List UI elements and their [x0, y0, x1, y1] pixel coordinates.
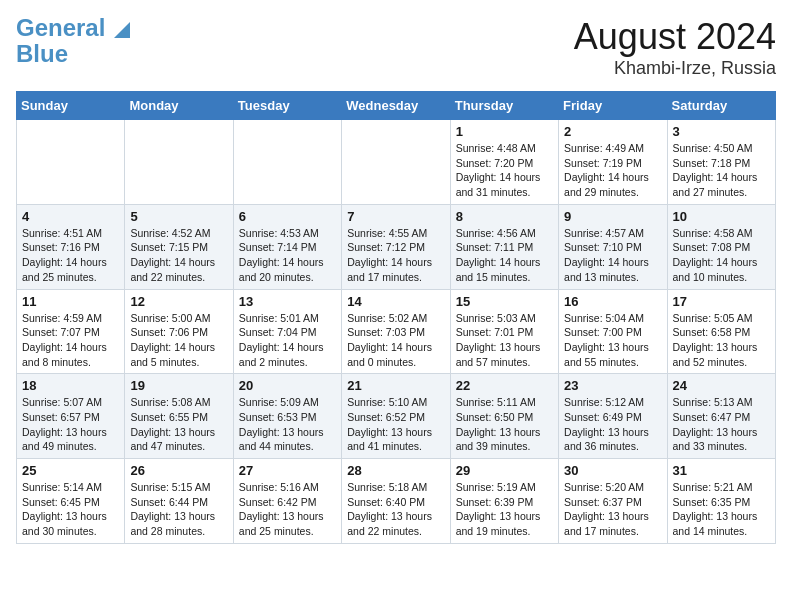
week-row-2: 4Sunrise: 4:51 AMSunset: 7:16 PMDaylight… — [17, 204, 776, 289]
day-number: 27 — [239, 463, 336, 478]
calendar-cell: 21Sunrise: 5:10 AMSunset: 6:52 PMDayligh… — [342, 374, 450, 459]
day-number: 30 — [564, 463, 661, 478]
cell-detail: Sunset: 6:49 PM — [564, 410, 661, 425]
cell-detail: Sunrise: 5:15 AM — [130, 480, 227, 495]
day-number: 19 — [130, 378, 227, 393]
day-number: 10 — [673, 209, 770, 224]
cell-detail: Sunrise: 5:19 AM — [456, 480, 553, 495]
weekday-header-sunday: Sunday — [17, 92, 125, 120]
week-row-1: 1Sunrise: 4:48 AMSunset: 7:20 PMDaylight… — [17, 120, 776, 205]
cell-detail: Sunset: 6:40 PM — [347, 495, 444, 510]
cell-detail: Sunrise: 5:00 AM — [130, 311, 227, 326]
cell-detail: Sunrise: 5:10 AM — [347, 395, 444, 410]
calendar-cell: 10Sunrise: 4:58 AMSunset: 7:08 PMDayligh… — [667, 204, 775, 289]
day-number: 21 — [347, 378, 444, 393]
svg-marker-0 — [114, 22, 130, 38]
cell-detail: Sunset: 7:08 PM — [673, 240, 770, 255]
cell-detail: Daylight: 14 hours and 13 minutes. — [564, 255, 661, 284]
cell-detail: Sunrise: 5:04 AM — [564, 311, 661, 326]
page-header: General Blue August 2024 Khambi-Irze, Ru… — [16, 16, 776, 79]
calendar-cell: 23Sunrise: 5:12 AMSunset: 6:49 PMDayligh… — [559, 374, 667, 459]
cell-detail: Sunset: 7:20 PM — [456, 156, 553, 171]
cell-detail: Daylight: 13 hours and 17 minutes. — [564, 509, 661, 538]
weekday-header-thursday: Thursday — [450, 92, 558, 120]
day-number: 29 — [456, 463, 553, 478]
day-number: 17 — [673, 294, 770, 309]
cell-detail: Sunset: 6:35 PM — [673, 495, 770, 510]
cell-detail: Daylight: 14 hours and 20 minutes. — [239, 255, 336, 284]
cell-detail: Sunset: 7:18 PM — [673, 156, 770, 171]
weekday-header-wednesday: Wednesday — [342, 92, 450, 120]
cell-detail: Sunrise: 4:59 AM — [22, 311, 119, 326]
cell-detail: Sunset: 6:53 PM — [239, 410, 336, 425]
cell-detail: Sunset: 6:50 PM — [456, 410, 553, 425]
cell-detail: Sunrise: 5:14 AM — [22, 480, 119, 495]
cell-detail: Sunrise: 4:48 AM — [456, 141, 553, 156]
cell-detail: Sunset: 7:15 PM — [130, 240, 227, 255]
day-number: 23 — [564, 378, 661, 393]
cell-detail: Daylight: 14 hours and 22 minutes. — [130, 255, 227, 284]
calendar-cell: 16Sunrise: 5:04 AMSunset: 7:00 PMDayligh… — [559, 289, 667, 374]
day-number: 7 — [347, 209, 444, 224]
cell-detail: Sunset: 6:45 PM — [22, 495, 119, 510]
calendar-cell: 2Sunrise: 4:49 AMSunset: 7:19 PMDaylight… — [559, 120, 667, 205]
cell-detail: Daylight: 14 hours and 25 minutes. — [22, 255, 119, 284]
day-number: 24 — [673, 378, 770, 393]
cell-detail: Sunrise: 5:12 AM — [564, 395, 661, 410]
calendar-cell: 12Sunrise: 5:00 AMSunset: 7:06 PMDayligh… — [125, 289, 233, 374]
cell-detail: Sunrise: 5:07 AM — [22, 395, 119, 410]
cell-detail: Daylight: 13 hours and 28 minutes. — [130, 509, 227, 538]
calendar-cell — [17, 120, 125, 205]
calendar-cell — [125, 120, 233, 205]
cell-detail: Sunrise: 5:11 AM — [456, 395, 553, 410]
cell-detail: Sunset: 7:11 PM — [456, 240, 553, 255]
cell-detail: Sunset: 7:19 PM — [564, 156, 661, 171]
logo: General Blue — [16, 16, 130, 66]
cell-detail: Sunrise: 4:58 AM — [673, 226, 770, 241]
cell-detail: Sunset: 6:58 PM — [673, 325, 770, 340]
cell-detail: Sunrise: 5:09 AM — [239, 395, 336, 410]
cell-detail: Sunset: 6:42 PM — [239, 495, 336, 510]
calendar-cell: 27Sunrise: 5:16 AMSunset: 6:42 PMDayligh… — [233, 459, 341, 544]
logo-text: General — [16, 16, 130, 40]
calendar-cell: 28Sunrise: 5:18 AMSunset: 6:40 PMDayligh… — [342, 459, 450, 544]
cell-detail: Sunrise: 5:08 AM — [130, 395, 227, 410]
cell-detail: Sunrise: 5:01 AM — [239, 311, 336, 326]
calendar-cell: 18Sunrise: 5:07 AMSunset: 6:57 PMDayligh… — [17, 374, 125, 459]
day-number: 2 — [564, 124, 661, 139]
logo-blue: Blue — [16, 40, 68, 67]
cell-detail: Daylight: 13 hours and 39 minutes. — [456, 425, 553, 454]
day-number: 28 — [347, 463, 444, 478]
title-block: August 2024 Khambi-Irze, Russia — [574, 16, 776, 79]
cell-detail: Sunset: 7:00 PM — [564, 325, 661, 340]
cell-detail: Daylight: 13 hours and 25 minutes. — [239, 509, 336, 538]
calendar-cell: 9Sunrise: 4:57 AMSunset: 7:10 PMDaylight… — [559, 204, 667, 289]
week-row-4: 18Sunrise: 5:07 AMSunset: 6:57 PMDayligh… — [17, 374, 776, 459]
cell-detail: Daylight: 13 hours and 55 minutes. — [564, 340, 661, 369]
calendar-cell: 26Sunrise: 5:15 AMSunset: 6:44 PMDayligh… — [125, 459, 233, 544]
weekday-header-friday: Friday — [559, 92, 667, 120]
logo-triangle-icon — [114, 22, 130, 38]
week-row-5: 25Sunrise: 5:14 AMSunset: 6:45 PMDayligh… — [17, 459, 776, 544]
weekday-header-row: SundayMondayTuesdayWednesdayThursdayFrid… — [17, 92, 776, 120]
cell-detail: Sunset: 7:16 PM — [22, 240, 119, 255]
cell-detail: Sunrise: 4:52 AM — [130, 226, 227, 241]
calendar-cell: 7Sunrise: 4:55 AMSunset: 7:12 PMDaylight… — [342, 204, 450, 289]
cell-detail: Sunrise: 5:02 AM — [347, 311, 444, 326]
logo-general: General — [16, 14, 105, 41]
weekday-header-monday: Monday — [125, 92, 233, 120]
calendar-cell: 8Sunrise: 4:56 AMSunset: 7:11 PMDaylight… — [450, 204, 558, 289]
cell-detail: Sunrise: 4:56 AM — [456, 226, 553, 241]
cell-detail: Daylight: 14 hours and 8 minutes. — [22, 340, 119, 369]
cell-detail: Daylight: 13 hours and 49 minutes. — [22, 425, 119, 454]
cell-detail: Daylight: 13 hours and 41 minutes. — [347, 425, 444, 454]
day-number: 6 — [239, 209, 336, 224]
calendar-cell: 15Sunrise: 5:03 AMSunset: 7:01 PMDayligh… — [450, 289, 558, 374]
day-number: 8 — [456, 209, 553, 224]
calendar-cell: 3Sunrise: 4:50 AMSunset: 7:18 PMDaylight… — [667, 120, 775, 205]
cell-detail: Sunset: 7:04 PM — [239, 325, 336, 340]
cell-detail: Sunrise: 4:51 AM — [22, 226, 119, 241]
cell-detail: Daylight: 14 hours and 0 minutes. — [347, 340, 444, 369]
weekday-header-saturday: Saturday — [667, 92, 775, 120]
cell-detail: Daylight: 14 hours and 5 minutes. — [130, 340, 227, 369]
